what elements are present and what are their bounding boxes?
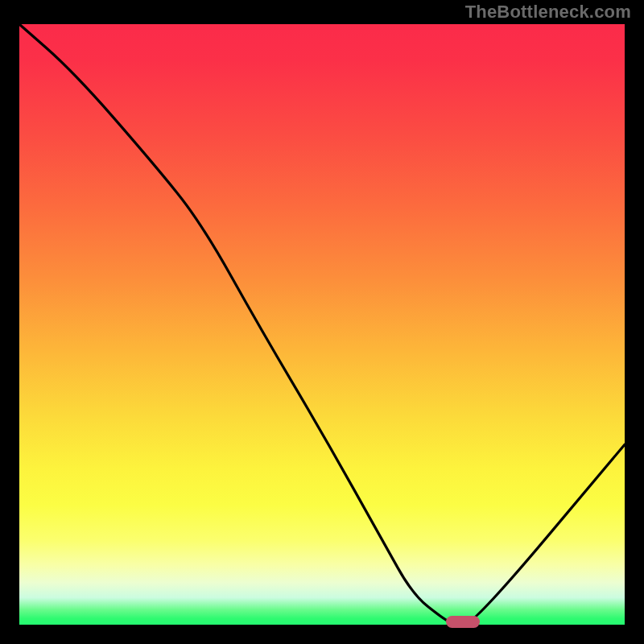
attribution-watermark: TheBottleneck.com — [465, 2, 631, 23]
plot-frame — [19, 24, 625, 625]
plot-area — [19, 24, 625, 625]
chart-container: TheBottleneck.com — [0, 0, 644, 644]
bottleneck-curve — [19, 24, 625, 625]
optimal-range-marker — [446, 616, 479, 628]
